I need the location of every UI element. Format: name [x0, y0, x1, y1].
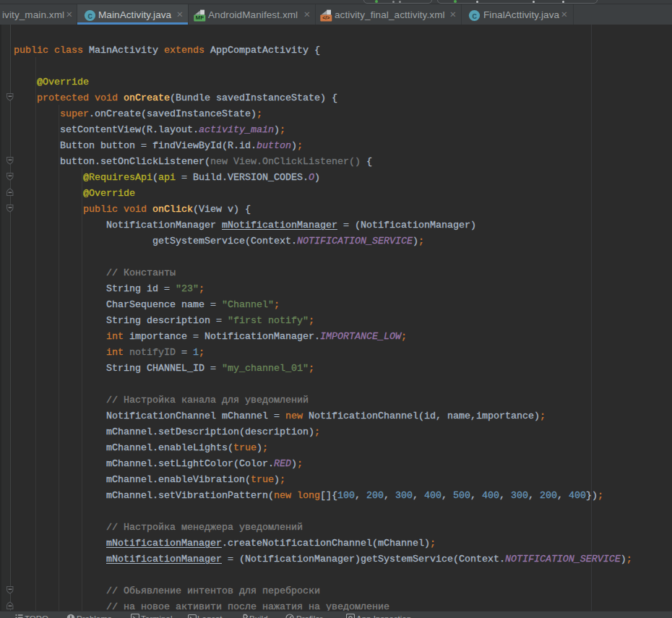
svg-text:</>: </>: [322, 15, 329, 20]
svg-text:C: C: [472, 12, 477, 21]
svg-text:C: C: [87, 12, 92, 21]
svg-text:MF: MF: [196, 14, 204, 21]
